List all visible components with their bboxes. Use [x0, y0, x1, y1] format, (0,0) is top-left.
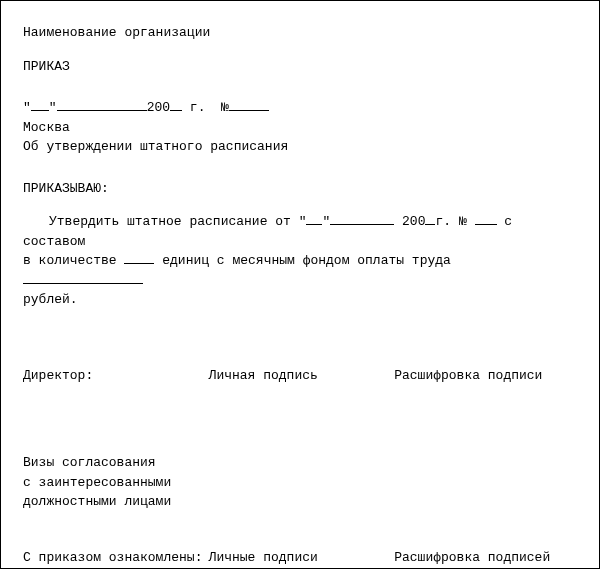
- sign-decode-label: Расшифровка подписи: [394, 366, 577, 386]
- order-body: Утвердить штатное расписание от "" 200г.…: [23, 212, 577, 310]
- year-digit-blank[interactable]: [170, 110, 182, 111]
- approval-line2: с заинтересованными: [23, 473, 577, 493]
- ack-row: С приказом ознакомлены: Личные подписи Д…: [23, 548, 577, 570]
- number-blank[interactable]: [229, 110, 269, 111]
- quote-close: ": [49, 100, 57, 115]
- ack-signs: Личные подписи: [209, 548, 392, 568]
- body-2: ": [322, 214, 330, 229]
- body-qty-blank[interactable]: [124, 263, 154, 264]
- number-sign: №: [221, 100, 229, 115]
- body-4: г. №: [435, 214, 474, 229]
- approval-line3: должностными лицами: [23, 492, 577, 512]
- body-6: в количестве: [23, 253, 124, 268]
- date-number-line: ""200 г. №: [23, 98, 577, 118]
- personal-sign-label: Личная подпись: [209, 366, 392, 386]
- org-name: Наименование организации: [23, 23, 577, 43]
- body-number-blank[interactable]: [475, 224, 497, 225]
- year-suffix: г.: [182, 100, 205, 115]
- quote-open: ": [23, 100, 31, 115]
- ack-decode: Расшифровка подписей: [394, 548, 577, 570]
- body-7: единиц с месячным фондом оплаты труда: [154, 253, 450, 268]
- signature-row: Директор: Личная подпись Расшифровка под…: [23, 366, 577, 386]
- month-blank[interactable]: [57, 110, 147, 111]
- city: Москва: [23, 118, 577, 138]
- year-prefix: 200: [147, 100, 170, 115]
- body-3: 200: [394, 214, 425, 229]
- body-month-blank[interactable]: [330, 224, 394, 225]
- ack-label: С приказом ознакомлены:: [23, 548, 206, 570]
- approval-line1: Визы согласования: [23, 453, 577, 473]
- body-8: рублей.: [23, 292, 78, 307]
- director-label: Директор:: [23, 366, 206, 386]
- body-year-blank[interactable]: [425, 224, 435, 225]
- order-title: ПРИКАЗ: [23, 57, 577, 77]
- body-1: Утвердить штатное расписание от ": [49, 214, 306, 229]
- subject: Об утверждении штатного расписания: [23, 137, 577, 157]
- approval-block: Визы согласования с заинтересованными до…: [23, 453, 577, 512]
- body-sum-blank[interactable]: [23, 283, 143, 284]
- body-day-blank[interactable]: [306, 224, 322, 225]
- declare: ПРИКАЗЫВАЮ:: [23, 179, 577, 199]
- day-blank[interactable]: [31, 110, 49, 111]
